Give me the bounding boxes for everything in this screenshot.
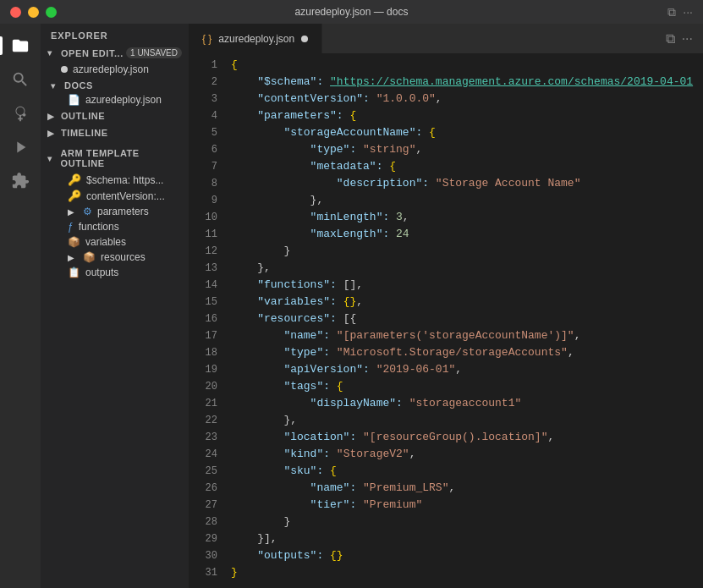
arm-parameters-item[interactable]: ▶ ⚙ parameters bbox=[41, 204, 189, 219]
tab-filename: azuredeploy.json bbox=[218, 33, 294, 45]
timeline-section[interactable]: ▶ TIMELINE bbox=[41, 124, 189, 141]
arm-functions-label: functions bbox=[79, 221, 119, 233]
source-control-activity-icon[interactable] bbox=[5, 98, 36, 129]
arm-functions-item[interactable]: ƒ functions bbox=[41, 219, 189, 234]
editor-tab[interactable]: { } azuredeploy.json bbox=[189, 24, 322, 53]
line-num-10: 10 bbox=[195, 209, 217, 226]
line-num-21: 21 bbox=[195, 395, 217, 412]
arm-contentversion-item[interactable]: 🔑 contentVersion:... bbox=[41, 188, 189, 204]
run-activity-icon[interactable] bbox=[5, 132, 36, 162]
code-line-13: }, bbox=[231, 260, 686, 277]
code-editor[interactable]: 1 2 3 4 5 6 7 8 9 10 11 12 13 14 15 16 1 bbox=[189, 53, 703, 588]
more-tab-actions-icon[interactable]: ··· bbox=[682, 31, 693, 47]
line-num-20: 20 bbox=[195, 378, 217, 395]
code-line-30: "outputs": {} bbox=[231, 547, 686, 564]
sidebar: EXPLORER ▾ OPEN EDIT... 1 UNSAVED azured… bbox=[41, 24, 189, 588]
docs-file-item[interactable]: 📄 azuredeploy.json bbox=[41, 92, 189, 107]
arm-contentversion-label: contentVersion:... bbox=[86, 190, 165, 202]
split-editor-icon[interactable]: ⧉ bbox=[667, 5, 676, 19]
line-num-18: 18 bbox=[195, 344, 217, 361]
code-content: 1 2 3 4 5 6 7 8 9 10 11 12 13 14 15 16 1 bbox=[189, 53, 703, 585]
line-num-2: 2 bbox=[195, 74, 217, 91]
line-numbers: 1 2 3 4 5 6 7 8 9 10 11 12 13 14 15 16 1 bbox=[189, 57, 231, 581]
code-line-25: "sku": { bbox=[231, 463, 686, 480]
outline-chevron: ▶ bbox=[47, 112, 58, 121]
line-num-16: 16 bbox=[195, 310, 217, 327]
docs-section[interactable]: ▾ DOCS bbox=[41, 77, 189, 92]
code-line-2: "$schema": "https://schema.management.az… bbox=[231, 74, 686, 91]
tab-modified-dot bbox=[301, 36, 308, 42]
open-editor-filename: azuredeploy.json bbox=[73, 63, 149, 75]
line-num-8: 8 bbox=[195, 175, 217, 192]
code-line-22: }, bbox=[231, 412, 686, 429]
line-num-25: 25 bbox=[195, 463, 217, 480]
functions-icon: ƒ bbox=[68, 221, 74, 233]
outline-section[interactable]: ▶ OUTLINE bbox=[41, 107, 189, 124]
split-view-icon[interactable]: ⧉ bbox=[666, 31, 675, 47]
window-controls[interactable] bbox=[10, 7, 57, 18]
resources-chevron: ▶ bbox=[68, 253, 78, 262]
extensions-activity-icon[interactable] bbox=[5, 166, 36, 196]
arm-schema-item[interactable]: 🔑 $schema: https... bbox=[41, 172, 189, 188]
line-num-27: 27 bbox=[195, 497, 217, 514]
code-line-9: }, bbox=[231, 192, 686, 209]
arm-variables-label: variables bbox=[85, 236, 126, 248]
code-line-26: "name": "Premium_LRS", bbox=[231, 480, 686, 497]
code-line-19: "apiVersion": "2019-06-01", bbox=[231, 361, 686, 378]
arm-outputs-label: outputs bbox=[85, 267, 118, 278]
line-num-12: 12 bbox=[195, 243, 217, 260]
outline-label: OUTLINE bbox=[61, 111, 105, 121]
code-line-18: "type": "Microsoft.Storage/storageAccoun… bbox=[231, 344, 686, 361]
line-num-15: 15 bbox=[195, 294, 217, 310]
code-line-16: "resources": [{ bbox=[231, 310, 686, 327]
arm-outputs-item[interactable]: 📋 outputs bbox=[41, 265, 189, 280]
search-activity-icon[interactable] bbox=[5, 64, 36, 95]
code-line-21: "displayName": "storageaccount1" bbox=[231, 395, 686, 412]
arm-variables-item[interactable]: 📦 variables bbox=[41, 234, 189, 250]
close-button[interactable] bbox=[10, 7, 21, 18]
line-num-5: 5 bbox=[195, 124, 217, 141]
resources-icon: 📦 bbox=[83, 251, 96, 263]
code-line-29: }], bbox=[231, 530, 686, 547]
open-editors-section[interactable]: ▾ OPEN EDIT... 1 UNSAVED bbox=[41, 44, 189, 62]
explorer-header: EXPLORER bbox=[41, 24, 189, 44]
arm-outline-header[interactable]: ▾ ARM TEMPLATE OUTLINE bbox=[41, 145, 189, 172]
code-line-3: "contentVersion": "1.0.0.0", bbox=[231, 91, 686, 107]
code-line-17: "name": "[parameters('storageAccountName… bbox=[231, 327, 686, 344]
tab-file-icon: { } bbox=[202, 33, 211, 45]
code-line-4: "parameters": { bbox=[231, 107, 686, 124]
unsaved-badge: 1 UNSAVED bbox=[126, 47, 182, 58]
line-num-24: 24 bbox=[195, 446, 217, 463]
code-line-11: "maxLength": 24 bbox=[231, 226, 686, 243]
explorer-activity-icon[interactable] bbox=[5, 30, 36, 61]
code-line-8: "description": "Storage Account Name" bbox=[231, 175, 686, 192]
maximize-button[interactable] bbox=[46, 7, 57, 18]
key-icon-2: 🔑 bbox=[68, 190, 81, 202]
code-line-12: } bbox=[231, 243, 686, 260]
activity-bar bbox=[0, 24, 41, 588]
code-lines: { "$schema": "https://schema.management.… bbox=[231, 57, 703, 581]
code-line-10: "minLength": 3, bbox=[231, 209, 686, 226]
arm-outline-chevron: ▾ bbox=[47, 154, 58, 163]
tab-actions: ⧉ ··· bbox=[666, 24, 703, 53]
code-line-23: "location": "[resourceGroup().location]"… bbox=[231, 429, 686, 446]
minimize-button[interactable] bbox=[28, 7, 39, 18]
outputs-icon: 📋 bbox=[68, 267, 80, 278]
tab-bar: { } azuredeploy.json ⧉ ··· bbox=[189, 24, 703, 53]
arm-resources-item[interactable]: ▶ 📦 resources bbox=[41, 250, 189, 265]
editor-area: { } azuredeploy.json ⧉ ··· 1 2 3 4 5 6 7 bbox=[189, 24, 703, 588]
docs-file-icon: 📄 bbox=[68, 94, 80, 106]
code-line-24: "kind": "StorageV2", bbox=[231, 446, 686, 463]
arm-schema-label: $schema: https... bbox=[86, 174, 163, 186]
code-line-28: } bbox=[231, 514, 686, 530]
line-num-4: 4 bbox=[195, 107, 217, 124]
arm-outline-label: ARM TEMPLATE OUTLINE bbox=[61, 148, 182, 168]
code-line-31: } bbox=[231, 564, 686, 581]
open-editor-file[interactable]: azuredeploy.json bbox=[41, 62, 189, 77]
line-num-13: 13 bbox=[195, 260, 217, 277]
code-line-7: "metadata": { bbox=[231, 158, 686, 175]
more-actions-icon[interactable]: ··· bbox=[683, 5, 693, 19]
main-container: EXPLORER ▾ OPEN EDIT... 1 UNSAVED azured… bbox=[0, 24, 703, 588]
open-editors-chevron: ▾ bbox=[47, 48, 58, 58]
variables-icon: 📦 bbox=[68, 236, 80, 248]
